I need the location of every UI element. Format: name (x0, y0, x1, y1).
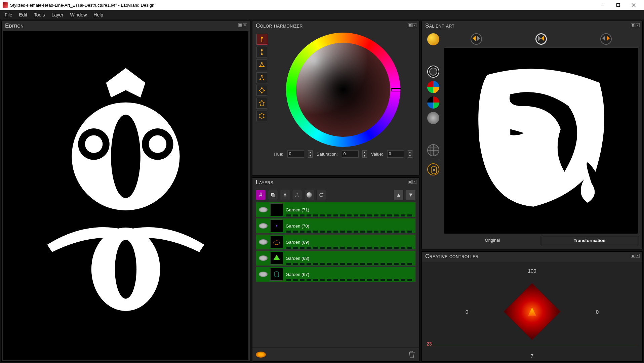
harmony-triad-button[interactable] (256, 59, 267, 70)
panel-dock-button[interactable]: ▦ (408, 180, 412, 184)
svg-point-5 (111, 115, 140, 198)
panel-close-button[interactable]: × (412, 180, 416, 184)
layer-refresh-button[interactable] (316, 190, 326, 200)
salient-grid-button[interactable] (427, 144, 439, 156)
creative-horizon-line (425, 345, 639, 345)
hue-down-button[interactable]: ▼ (308, 154, 313, 158)
menu-tools[interactable]: Tools (31, 11, 48, 19)
menu-file[interactable]: File (1, 11, 16, 19)
layer-visibility-toggle[interactable] (259, 239, 268, 245)
edition-canvas[interactable] (3, 31, 248, 360)
creative-controller-pad[interactable]: 100 0 0 7 23 (422, 262, 642, 361)
harmony-complementary-button[interactable] (256, 47, 267, 57)
menu-window[interactable]: Window (67, 11, 90, 19)
svg-point-30 (264, 90, 265, 91)
svg-point-14 (261, 49, 263, 51)
layer-down-button[interactable]: ▼ (406, 190, 416, 200)
svg-point-42 (259, 117, 260, 118)
svg-point-12 (261, 37, 263, 39)
panel-dock-button[interactable]: ▦ (408, 23, 412, 27)
panel-dock-button[interactable]: ▦ (631, 23, 635, 27)
layer-merge-button[interactable] (280, 190, 290, 200)
hue-up-button[interactable]: ▲ (308, 150, 313, 154)
salient-cycle-button[interactable] (427, 163, 439, 175)
layer-visibility-toggle[interactable] (259, 272, 268, 277)
value-down-button[interactable]: ▼ (408, 154, 412, 158)
salient-tab-transformation[interactable]: Transformation (541, 236, 638, 245)
mirror-vertical-button[interactable] (600, 33, 612, 45)
svg-point-23 (261, 75, 263, 76)
creative-diamond-handle[interactable] (504, 283, 561, 340)
saturation-down-button[interactable]: ▼ (362, 154, 367, 158)
salient-palette2-button[interactable] (427, 96, 439, 109)
panel-close-button[interactable]: × (243, 23, 247, 27)
salient-smoke-button[interactable] (427, 112, 439, 124)
svg-point-46 (274, 241, 280, 245)
layer-thumbnail (270, 268, 283, 281)
panel-close-button[interactable]: × (412, 23, 416, 27)
svg-marker-47 (473, 36, 476, 41)
svg-point-25 (263, 79, 264, 80)
creative-top-value: 100 (528, 268, 536, 274)
window-minimize-button[interactable] (595, 0, 610, 10)
saturation-input[interactable]: 0 (342, 150, 359, 158)
svg-point-9 (149, 135, 167, 153)
layers-list[interactable]: Garden (71) Garden (70) Garden (69) Gard… (252, 202, 419, 348)
harmony-split-button[interactable] (256, 72, 267, 83)
layer-row[interactable]: Garden (70) (256, 218, 416, 234)
salient-sun-button[interactable] (427, 33, 439, 45)
svg-marker-51 (602, 36, 605, 41)
menu-layer[interactable]: Layer (48, 11, 67, 19)
layers-global-visibility-toggle[interactable] (256, 352, 266, 358)
svg-marker-49 (538, 36, 541, 41)
window-close-button[interactable] (626, 0, 641, 10)
panel-dock-button[interactable]: ▦ (238, 23, 242, 27)
menu-edit[interactable]: Edit (16, 11, 31, 19)
value-input[interactable]: 0 (387, 150, 404, 158)
color-wheel-inner[interactable] (296, 43, 390, 137)
svg-point-34 (263, 105, 264, 106)
harmony-hexad-button[interactable] (256, 111, 267, 121)
layer-row[interactable]: Garden (69) (256, 234, 416, 250)
salient-compass-button[interactable] (427, 66, 439, 78)
saturation-up-button[interactable]: ▲ (362, 150, 367, 154)
value-up-button[interactable]: ▲ (408, 150, 412, 154)
harmony-pentad-button[interactable] (256, 98, 267, 109)
harmony-mono-button[interactable] (256, 34, 267, 45)
panel-close-button[interactable]: × (636, 254, 640, 258)
mirror-horizontal-button[interactable] (471, 33, 482, 45)
creative-title: Creative controller (422, 252, 642, 262)
panel-close-button[interactable]: × (636, 23, 640, 27)
svg-point-27 (261, 87, 263, 89)
layer-import-button[interactable] (292, 190, 302, 200)
window-maximize-button[interactable] (610, 0, 626, 10)
layer-visibility-toggle[interactable] (259, 207, 268, 212)
color-wheel-indicator[interactable] (391, 88, 401, 91)
color-wheel[interactable] (286, 33, 400, 147)
salient-canvas[interactable] (444, 47, 638, 234)
svg-point-8 (85, 135, 103, 153)
layer-up-button[interactable]: ▲ (394, 190, 404, 200)
layer-visibility-toggle[interactable] (259, 255, 268, 261)
salient-tab-original[interactable]: Original (444, 236, 541, 245)
svg-point-33 (263, 102, 265, 103)
mirror-both-button[interactable] (535, 33, 547, 45)
layer-delete-button[interactable] (408, 351, 416, 359)
layer-row[interactable]: Garden (71) (256, 202, 416, 217)
layer-grid-icon[interactable]: # (256, 190, 266, 200)
svg-point-11 (115, 240, 136, 298)
svg-point-32 (261, 100, 263, 102)
panel-dock-button[interactable]: ▦ (631, 254, 635, 258)
layer-row[interactable]: Garden (68) (256, 250, 416, 266)
hue-input[interactable]: 0 (287, 150, 304, 158)
layer-visibility-toggle[interactable] (259, 223, 268, 229)
layer-row[interactable]: Garden (67) (256, 267, 416, 282)
harmonizer-title: Color harmonizer (252, 21, 419, 31)
salient-palette1-button[interactable] (427, 81, 439, 93)
edition-panel: Edition ▦× (1, 21, 250, 362)
layer-add-button[interactable] (268, 190, 278, 200)
layer-sphere-button[interactable] (304, 190, 314, 200)
menu-help[interactable]: Help (90, 11, 107, 19)
harmony-tetrad-button[interactable] (256, 85, 267, 96)
layer-thumbnail (270, 236, 283, 248)
